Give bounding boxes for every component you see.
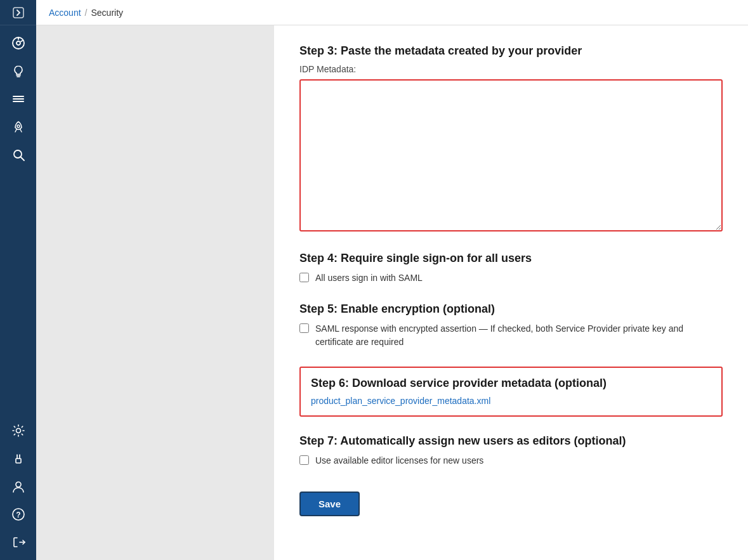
- step7-checkbox-row[interactable]: Use available editor licenses for new us…: [299, 454, 723, 467]
- sidebar-item-launch[interactable]: [6, 114, 31, 140]
- step5-checkbox-label: SAML response with encrypted assertion —…: [315, 322, 723, 349]
- step5-section: Step 5: Enable encryption (optional) SAM…: [299, 303, 723, 349]
- step5-checkbox-row[interactable]: SAML response with encrypted assertion —…: [299, 322, 723, 349]
- step3-title: Step 3: Paste the metadata created by yo…: [299, 44, 723, 58]
- step7-checkbox-label: Use available editor licenses for new us…: [315, 454, 483, 467]
- sidebar-item-search[interactable]: [6, 142, 31, 167]
- lightbulb-icon: [11, 64, 25, 78]
- sidebar-bottom-nav: ?: [6, 418, 31, 560]
- header: Account / Security: [36, 0, 748, 25]
- plugin-icon: [11, 452, 25, 466]
- metadata-download-link[interactable]: product_plan_service_provider_metadata.x…: [311, 396, 490, 406]
- svg-line-12: [21, 157, 24, 160]
- user-icon: [11, 479, 25, 493]
- sidebar-item-help[interactable]: ?: [6, 502, 31, 527]
- main-container: Account / Security Step 3: Paste the met…: [36, 0, 748, 560]
- step6-section: Step 6: Download service provider metada…: [299, 367, 723, 417]
- breadcrumb-current: Security: [91, 8, 123, 18]
- help-icon: ?: [11, 507, 25, 521]
- rocket-icon: [11, 120, 25, 134]
- step5-title: Step 5: Enable encryption (optional): [299, 303, 723, 316]
- sidebar: ?: [0, 0, 36, 560]
- idp-metadata-label: IDP Metadata:: [299, 64, 723, 74]
- step4-checkbox-label: All users sign in with SAML: [315, 271, 423, 285]
- save-button[interactable]: Save: [299, 492, 360, 516]
- svg-rect-14: [16, 459, 21, 463]
- svg-point-11: [14, 150, 22, 158]
- step6-title: Step 6: Download service provider metada…: [311, 377, 711, 390]
- editor-license-checkbox[interactable]: [299, 455, 309, 465]
- svg-point-10: [17, 125, 20, 127]
- sidebar-toggle[interactable]: [0, 0, 36, 25]
- sidebar-item-plugins[interactable]: [6, 446, 31, 471]
- gear-icon: [11, 424, 25, 438]
- sidebar-top-nav: [6, 25, 31, 418]
- idp-metadata-textarea[interactable]: [299, 79, 723, 231]
- step4-title: Step 4: Require single sign-on for all u…: [299, 252, 723, 265]
- svg-text:?: ?: [16, 511, 20, 519]
- encryption-checkbox[interactable]: [299, 323, 309, 333]
- breadcrumb-separator: /: [85, 8, 88, 18]
- svg-point-13: [16, 429, 20, 433]
- left-panel: [36, 25, 274, 560]
- step7-section: Step 7: Automatically assign new users a…: [299, 434, 723, 467]
- svg-rect-0: [13, 8, 23, 18]
- breadcrumb-account[interactable]: Account: [49, 8, 81, 18]
- sidebar-item-settings[interactable]: [6, 418, 31, 443]
- dashboard-icon: [11, 36, 25, 50]
- sidebar-item-logout[interactable]: [6, 530, 31, 555]
- step4-checkbox-row[interactable]: All users sign in with SAML: [299, 271, 723, 285]
- step7-title: Step 7: Automatically assign new users a…: [299, 434, 723, 448]
- content-area: Step 3: Paste the metadata created by yo…: [36, 25, 748, 560]
- sidebar-item-ideas[interactable]: [6, 58, 31, 84]
- logout-icon: [11, 535, 25, 549]
- svg-point-2: [16, 41, 20, 45]
- svg-line-4: [21, 41, 23, 42]
- sidebar-item-dashboard[interactable]: [6, 30, 31, 56]
- sidebar-item-user[interactable]: [6, 474, 31, 499]
- sidebar-item-menu[interactable]: [6, 86, 31, 112]
- step3-section: Step 3: Paste the metadata created by yo…: [299, 44, 723, 234]
- saml-signin-checkbox[interactable]: [299, 273, 309, 282]
- right-panel: Step 3: Paste the metadata created by yo…: [274, 25, 748, 560]
- step4-section: Step 4: Require single sign-on for all u…: [299, 252, 723, 285]
- menu-icon: [11, 92, 25, 106]
- chevron-right-icon: [13, 7, 24, 18]
- search-icon: [11, 148, 25, 162]
- svg-point-19: [16, 482, 21, 487]
